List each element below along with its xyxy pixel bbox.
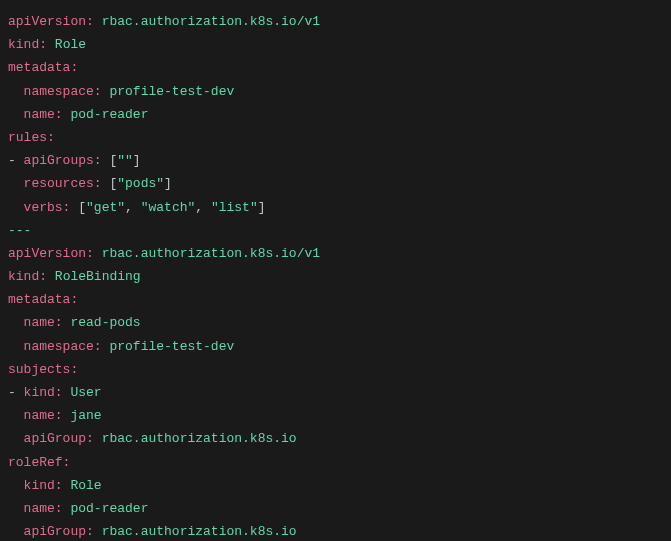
- yaml-key: name:: [24, 315, 63, 330]
- yaml-key: metadata:: [8, 60, 78, 75]
- code-line: apiGroup: rbac.authorization.k8s.io: [8, 427, 663, 450]
- yaml-key: kind:: [24, 385, 63, 400]
- yaml-string: "watch": [141, 200, 196, 215]
- yaml-string: "": [117, 153, 133, 168]
- yaml-string: "get": [86, 200, 125, 215]
- code-line: ---: [8, 219, 663, 242]
- yaml-value: read-pods: [70, 315, 140, 330]
- code-line: - kind: User: [8, 381, 663, 404]
- yaml-key: kind:: [24, 478, 63, 493]
- code-line: name: pod-reader: [8, 497, 663, 520]
- yaml-key: kind:: [8, 269, 47, 284]
- yaml-value: profile-test-dev: [109, 339, 234, 354]
- yaml-value: RoleBinding: [55, 269, 141, 284]
- yaml-key: roleRef:: [8, 455, 70, 470]
- code-line: apiGroup: rbac.authorization.k8s.io: [8, 520, 663, 541]
- yaml-key: name:: [24, 408, 63, 423]
- code-line: resources: ["pods"]: [8, 172, 663, 195]
- code-line: name: read-pods: [8, 311, 663, 334]
- yaml-key: namespace:: [24, 339, 102, 354]
- bracket-close: ]: [258, 200, 266, 215]
- yaml-value: Role: [70, 478, 101, 493]
- yaml-key: name:: [24, 501, 63, 516]
- code-line: rules:: [8, 126, 663, 149]
- yaml-key: apiGroup:: [24, 431, 94, 446]
- bracket-close: ]: [133, 153, 141, 168]
- code-line: roleRef:: [8, 451, 663, 474]
- yaml-doc-separator: ---: [8, 223, 31, 238]
- code-line: namespace: profile-test-dev: [8, 80, 663, 103]
- yaml-key: metadata:: [8, 292, 78, 307]
- code-block: apiVersion: rbac.authorization.k8s.io/v1…: [8, 10, 663, 541]
- yaml-value: Role: [55, 37, 86, 52]
- yaml-key: apiGroups:: [24, 153, 102, 168]
- yaml-key: resources:: [24, 176, 102, 191]
- yaml-value: User: [70, 385, 101, 400]
- yaml-value: pod-reader: [70, 501, 148, 516]
- code-line: kind: Role: [8, 474, 663, 497]
- yaml-key: rules:: [8, 130, 55, 145]
- comma: ,: [125, 200, 141, 215]
- yaml-string: "pods": [117, 176, 164, 191]
- code-line: subjects:: [8, 358, 663, 381]
- code-line: kind: RoleBinding: [8, 265, 663, 288]
- code-line: metadata:: [8, 288, 663, 311]
- yaml-value: rbac.authorization.k8s.io/v1: [102, 246, 320, 261]
- code-line: apiVersion: rbac.authorization.k8s.io/v1: [8, 10, 663, 33]
- code-line: namespace: profile-test-dev: [8, 335, 663, 358]
- comma: ,: [195, 200, 211, 215]
- code-line: apiVersion: rbac.authorization.k8s.io/v1: [8, 242, 663, 265]
- yaml-key: apiGroup:: [24, 524, 94, 539]
- yaml-key: subjects:: [8, 362, 78, 377]
- code-line: verbs: ["get", "watch", "list"]: [8, 196, 663, 219]
- bracket-open: [: [78, 200, 86, 215]
- yaml-value: pod-reader: [70, 107, 148, 122]
- yaml-key: apiVersion:: [8, 14, 94, 29]
- yaml-key: namespace:: [24, 84, 102, 99]
- yaml-value: profile-test-dev: [109, 84, 234, 99]
- code-line: name: jane: [8, 404, 663, 427]
- yaml-dash: -: [8, 153, 24, 168]
- yaml-key: verbs:: [24, 200, 71, 215]
- yaml-string: "list": [211, 200, 258, 215]
- yaml-dash: -: [8, 385, 24, 400]
- bracket-close: ]: [164, 176, 172, 191]
- code-line: metadata:: [8, 56, 663, 79]
- yaml-key: apiVersion:: [8, 246, 94, 261]
- yaml-key: kind:: [8, 37, 47, 52]
- code-line: name: pod-reader: [8, 103, 663, 126]
- yaml-value: rbac.authorization.k8s.io/v1: [102, 14, 320, 29]
- yaml-key: name:: [24, 107, 63, 122]
- code-line: - apiGroups: [""]: [8, 149, 663, 172]
- yaml-value: jane: [70, 408, 101, 423]
- yaml-value: rbac.authorization.k8s.io: [102, 431, 297, 446]
- code-line: kind: Role: [8, 33, 663, 56]
- yaml-value: rbac.authorization.k8s.io: [102, 524, 297, 539]
